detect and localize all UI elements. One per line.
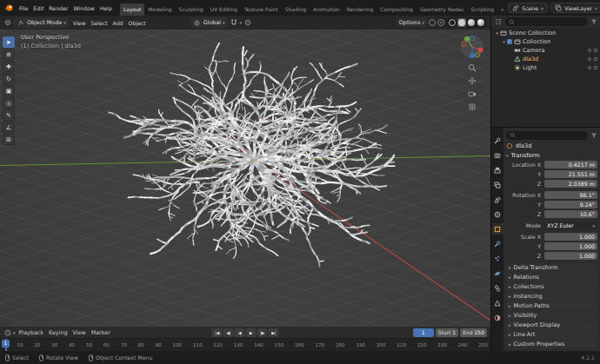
value-field-z[interactable]: 1.000 (544, 252, 597, 260)
material-shading-button[interactable] (467, 18, 476, 27)
value-field-z[interactable]: 2.0389 m (544, 180, 597, 188)
3d-viewport[interactable]: User Perspective (1) Collection | dla3d … (0, 30, 490, 327)
disable-render-toggle[interactable] (594, 57, 597, 61)
workspace-tab-geometry-nodes[interactable]: Geometry Nodes (417, 3, 468, 16)
toggle-perspective-icon[interactable] (467, 102, 477, 112)
move-tool[interactable]: ✚ (3, 61, 15, 72)
transform-tool[interactable]: ◎ (3, 97, 15, 109)
filter-icon[interactable] (590, 132, 597, 139)
menu-file[interactable]: File (17, 4, 30, 12)
jump-start-button[interactable]: |◀ (212, 328, 223, 337)
visibility-toggles[interactable] (588, 57, 597, 61)
clock-icon[interactable] (3, 328, 12, 337)
panel-custom-properties[interactable]: Custom Properties (506, 340, 597, 348)
pan-icon[interactable] (467, 76, 477, 86)
outliner-search-input[interactable] (505, 17, 588, 26)
disclosure-triangle[interactable] (501, 38, 507, 45)
viewlayer-selector[interactable]: ViewLayer × (550, 3, 600, 13)
viewlayer-clear-button[interactable]: × (594, 5, 598, 11)
menu-edit[interactable]: Edit (30, 4, 46, 12)
hide-viewport-toggle[interactable] (588, 57, 591, 61)
blender-logo-icon[interactable] (3, 2, 14, 14)
wireframe-shading-button[interactable] (448, 18, 457, 27)
play-button[interactable]: ▶ (246, 328, 257, 337)
material-properties-tab[interactable] (492, 312, 503, 323)
value-field-y[interactable]: 9.24° (544, 201, 597, 208)
panel-delta-transform[interactable]: Delta Transform (506, 263, 597, 272)
world-properties-tab[interactable] (492, 208, 503, 220)
solid-shading-button[interactable] (457, 18, 466, 27)
show-gizmo-toggle[interactable] (429, 19, 436, 26)
panel-viewport-display[interactable]: Viewport Display (506, 321, 597, 329)
rendered-shading-button[interactable] (477, 18, 485, 27)
transform-panel-header[interactable]: Transform (506, 150, 597, 160)
physics-properties-tab[interactable] (492, 268, 503, 279)
filter-icon[interactable] (590, 18, 597, 25)
collection-checkbox[interactable]: ✓ (507, 39, 512, 44)
panel-collections[interactable]: Collections (506, 282, 597, 291)
snap-options-chevron[interactable] (240, 19, 243, 26)
zoom-icon[interactable] (467, 63, 477, 73)
hide-viewport-toggle[interactable] (588, 66, 591, 69)
breadcrumb-object-name[interactable]: dla3d (516, 142, 531, 149)
outliner-row-dla3d[interactable]: dla3d (491, 55, 600, 63)
snap-magnet-icon[interactable] (230, 18, 238, 27)
timeline-menu-keying[interactable]: Keying (46, 329, 70, 336)
value-field-location-x[interactable]: 0.4217 m (544, 161, 597, 169)
value-field-z[interactable]: 10.6° (544, 210, 597, 218)
constraints-properties-tab[interactable] (492, 282, 503, 294)
workspace-tab-scripting[interactable]: Scripting (468, 3, 498, 16)
options-dropdown[interactable]: Options (397, 18, 427, 27)
value-field-scale-x[interactable]: 1.000 (544, 233, 597, 241)
play-reverse-button[interactable]: ◀ (235, 328, 245, 337)
workspace-tab-compositing[interactable]: Compositing (377, 3, 417, 16)
viewport-menu-add[interactable]: Add (110, 19, 126, 27)
viewport-menu-object[interactable]: Object (126, 19, 149, 27)
output-properties-tab[interactable] (492, 164, 503, 175)
timeline-ruler[interactable]: 0102030405060708090100110120130140150160… (0, 338, 490, 351)
annotate-tool[interactable]: ✎ (3, 109, 15, 121)
outliner-editor-icon[interactable] (494, 17, 503, 26)
select-box-tool[interactable]: ➤ (3, 36, 15, 48)
prev-keyframe-button[interactable]: ◀| (223, 328, 234, 337)
mode-dropdown[interactable]: Object Mode (14, 17, 69, 28)
menu-help[interactable]: Help (97, 4, 115, 12)
workspace-tab-layout[interactable]: Layout (120, 3, 144, 16)
editor-chevron[interactable] (13, 329, 16, 336)
workspace-tab-shading[interactable]: Shading (282, 3, 310, 16)
scene-clear-button[interactable]: × (540, 5, 544, 11)
workspace-tab-uv-editing[interactable]: UV Editing (207, 3, 241, 16)
navigation-gizmo[interactable] (460, 35, 484, 59)
view-layer-properties-tab[interactable] (492, 179, 503, 190)
object-properties-tab[interactable] (492, 223, 503, 235)
disclosure-triangle[interactable] (494, 30, 500, 36)
timeline-menu-view[interactable]: View (70, 329, 89, 336)
value-field-rotation-x[interactable]: 86.1° (544, 191, 597, 199)
menu-render[interactable]: Render (46, 4, 70, 12)
panel-relations[interactable]: Relations (506, 273, 597, 281)
viewport-menu-view[interactable]: View (70, 19, 89, 27)
outliner-row-scene-collection[interactable]: Scene Collection (491, 29, 600, 37)
end-frame-field[interactable]: End250 (460, 328, 487, 337)
timeline-menu-playback[interactable]: Playback (17, 329, 47, 336)
playhead-frame-badge[interactable]: 1 (2, 340, 10, 347)
modifiers-properties-tab[interactable] (492, 238, 503, 249)
workspace-tab-rendering[interactable]: Rendering (343, 3, 377, 16)
properties-search-input[interactable] (506, 131, 588, 140)
hide-viewport-toggle[interactable] (588, 49, 591, 52)
outliner-row-collection[interactable]: ✓Collection (491, 37, 600, 46)
visibility-toggles[interactable] (588, 66, 597, 69)
start-frame-field[interactable]: Start1 (436, 328, 459, 337)
measure-tool[interactable]: ∠ (3, 122, 15, 133)
workspace-tab-animation[interactable]: Animation (310, 3, 343, 16)
value-field-y[interactable]: 21.551 m (544, 170, 597, 178)
value-field-y[interactable]: 1.000 (544, 242, 597, 250)
panel-visibility[interactable]: Visibility (506, 311, 597, 320)
camera-view-icon[interactable] (467, 89, 477, 99)
cursor-tool[interactable]: ⊕ (3, 49, 15, 60)
disable-render-toggle[interactable] (594, 66, 597, 69)
menu-window[interactable]: Window (70, 4, 97, 12)
data-properties-tab[interactable] (492, 297, 503, 308)
show-overlays-toggle[interactable] (437, 19, 444, 26)
editor-type-icon[interactable] (3, 18, 12, 27)
